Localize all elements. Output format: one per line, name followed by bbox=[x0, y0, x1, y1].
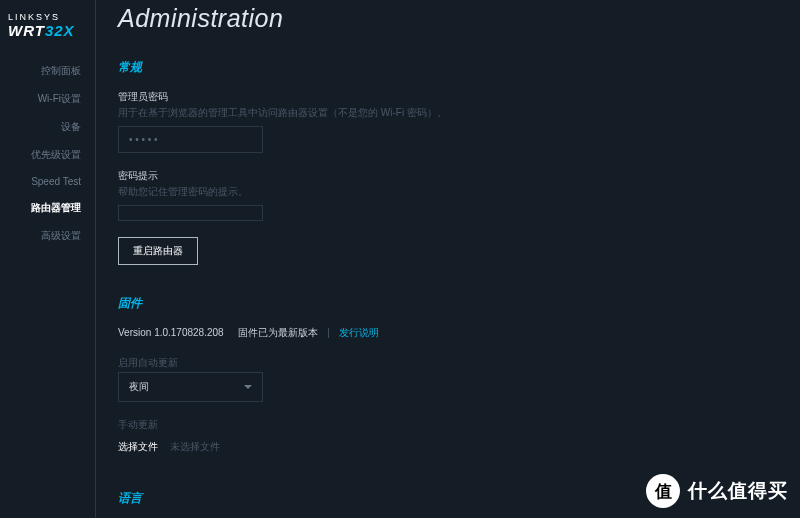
firmware-version-row: Version 1.0.170828.208 固件已为最新版本 | 发行说明 bbox=[118, 326, 800, 340]
watermark-text: 什么值得买 bbox=[688, 478, 788, 504]
firmware-section: 固件 Version 1.0.170828.208 固件已为最新版本 | 发行说… bbox=[118, 295, 800, 460]
release-notes-link[interactable]: 发行说明 bbox=[339, 327, 379, 338]
admin-password-label: 管理员密码 bbox=[118, 90, 800, 104]
auto-update-select[interactable]: 夜间 bbox=[118, 372, 263, 402]
watermark-icon: 值 bbox=[646, 474, 680, 508]
sidebar-item-priority[interactable]: 优先级设置 bbox=[0, 141, 95, 169]
choose-file-button[interactable]: 选择文件 bbox=[118, 434, 158, 460]
sidebar-item-advanced[interactable]: 高级设置 bbox=[0, 222, 95, 250]
password-hint-help: 帮助您记住管理密码的提示。 bbox=[118, 185, 800, 199]
sidebar-item-wifi[interactable]: Wi-Fi设置 bbox=[0, 85, 95, 113]
auto-update-label: 启用自动更新 bbox=[118, 356, 800, 370]
file-status: 未选择文件 bbox=[170, 440, 220, 454]
main-content: Administration 常规 管理员密码 用于在基于浏览器的管理工具中访问… bbox=[96, 0, 800, 518]
sidebar-nav: 控制面板 Wi-Fi设置 设备 优先级设置 Speed Test 路由器管理 高… bbox=[0, 57, 95, 250]
general-section: 常规 管理员密码 用于在基于浏览器的管理工具中访问路由器设置（不是您的 Wi-F… bbox=[118, 59, 800, 265]
sidebar-item-devices[interactable]: 设备 bbox=[0, 113, 95, 141]
password-hint-label: 密码提示 bbox=[118, 169, 800, 183]
watermark: 值 什么值得买 bbox=[646, 474, 788, 508]
admin-password-help: 用于在基于浏览器的管理工具中访问路由器设置（不是您的 Wi-Fi 密码）。 bbox=[118, 106, 800, 120]
sidebar-item-speedtest[interactable]: Speed Test bbox=[0, 169, 95, 194]
restart-router-button[interactable]: 重启路由器 bbox=[118, 237, 198, 265]
page-title: Administration bbox=[118, 4, 800, 33]
admin-password-input[interactable]: • • • • • bbox=[118, 126, 263, 153]
sidebar-item-dashboard[interactable]: 控制面板 bbox=[0, 57, 95, 85]
separator: | bbox=[327, 327, 330, 338]
firmware-heading: 固件 bbox=[118, 295, 800, 312]
sidebar-item-admin[interactable]: 路由器管理 bbox=[0, 194, 95, 222]
firmware-version: Version 1.0.170828.208 bbox=[118, 327, 224, 338]
chevron-down-icon bbox=[244, 385, 252, 389]
manual-update-label: 手动更新 bbox=[118, 418, 800, 432]
sidebar: LINKSYS WRT32X 控制面板 Wi-Fi设置 设备 优先级设置 Spe… bbox=[0, 0, 95, 518]
general-heading: 常规 bbox=[118, 59, 800, 76]
brand-logo: LINKSYS WRT32X bbox=[0, 8, 95, 57]
firmware-status: 固件已为最新版本 bbox=[238, 327, 318, 338]
password-hint-input[interactable] bbox=[118, 205, 263, 221]
